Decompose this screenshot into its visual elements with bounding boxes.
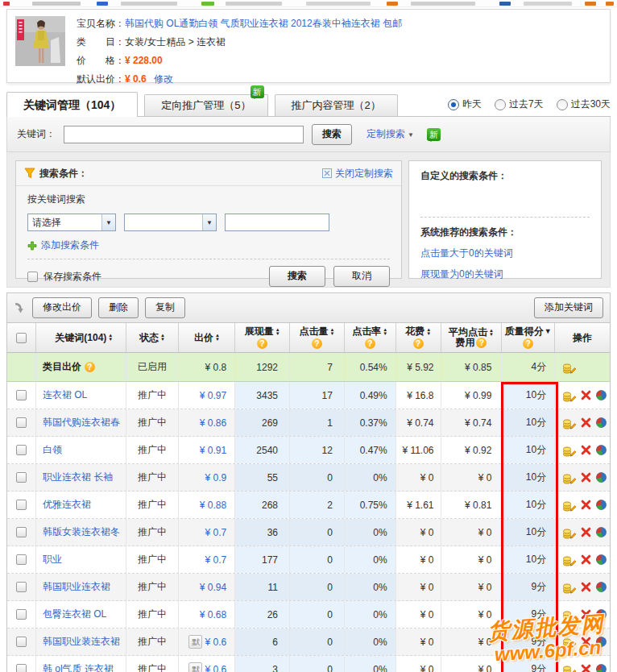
stats-icon[interactable] xyxy=(595,471,607,483)
stats-icon[interactable] xyxy=(595,499,607,511)
stats-icon[interactable] xyxy=(595,526,607,538)
keyword-link[interactable]: 韩国代购连衣裙春 xyxy=(43,416,120,429)
close-box-icon[interactable] xyxy=(322,168,332,178)
keyword-link[interactable]: 韩国职业装连衣裙 xyxy=(43,635,120,649)
delete-icon[interactable] xyxy=(581,554,591,565)
bid-value[interactable]: ¥ 0.6 xyxy=(205,637,226,648)
add-condition-link[interactable]: 添加搜索条件 xyxy=(41,239,99,252)
bid-value[interactable]: ¥ 0.94 xyxy=(200,582,226,593)
keyword-link[interactable]: 优雅连衣裙 xyxy=(43,498,91,512)
delete-icon[interactable] xyxy=(581,445,591,455)
close-custom-search-link[interactable]: 关闭定制搜索 xyxy=(335,167,393,180)
keyword-link[interactable]: 职业 xyxy=(43,553,62,566)
keyword-link[interactable]: 连衣裙 OL xyxy=(43,388,87,402)
bid-value[interactable]: ¥ 0.86 xyxy=(200,417,226,429)
column-header-clicks[interactable]: 点击量▲▼? xyxy=(290,323,345,352)
edit-bid-icon[interactable] xyxy=(562,389,577,402)
edit-bid-icon[interactable] xyxy=(562,444,577,457)
modify-bid-button[interactable]: 修改出价 xyxy=(32,297,92,318)
help-icon[interactable]: ? xyxy=(257,338,267,349)
help-icon[interactable]: ? xyxy=(476,338,487,348)
delete-icon[interactable] xyxy=(581,500,591,510)
row-checkbox[interactable] xyxy=(16,609,27,620)
delete-icon[interactable] xyxy=(581,417,591,428)
radio-past30days[interactable]: 过去30天 xyxy=(557,97,611,111)
column-header-bid[interactable]: 出价▲▼ xyxy=(179,323,235,352)
edit-bid-icon[interactable] xyxy=(562,554,577,566)
delete-icon[interactable] xyxy=(581,472,591,483)
tab-targeted-promotion[interactable]: 定向推广管理（5）新 xyxy=(144,94,267,116)
stats-icon[interactable] xyxy=(595,581,607,593)
keyword-link[interactable]: 白领 xyxy=(43,443,62,457)
bid-value[interactable]: ¥ 0.97 xyxy=(200,390,226,401)
keyword-search-input[interactable] xyxy=(64,126,304,143)
radio-yesterday[interactable]: 昨天 xyxy=(448,97,482,111)
chevron-down-icon[interactable]: ▼ xyxy=(408,131,414,139)
edit-bid-icon[interactable] xyxy=(562,608,577,621)
bid-value[interactable]: ¥ 0.88 xyxy=(200,500,226,511)
edit-bid-icon[interactable] xyxy=(562,526,577,539)
row-checkbox[interactable] xyxy=(16,554,27,565)
column-header-keyword[interactable]: 关键词(104)▲▼ xyxy=(36,323,126,352)
stats-icon[interactable] xyxy=(595,389,607,401)
help-icon[interactable]: ? xyxy=(523,338,533,349)
edit-bid-icon[interactable] xyxy=(562,636,577,649)
column-header-ctr[interactable]: 点击率▲▼? xyxy=(345,323,396,352)
delete-icon[interactable] xyxy=(581,390,591,400)
bid-value[interactable]: ¥ 0.68 xyxy=(200,609,226,620)
help-icon[interactable]: ? xyxy=(312,338,322,349)
radio-past7days[interactable]: 过去7天 xyxy=(495,97,544,111)
select-all-checkbox[interactable] xyxy=(16,333,27,343)
condition-cancel-button[interactable]: 取消 xyxy=(333,266,390,287)
tab-keyword-management[interactable]: 关键词管理（104） xyxy=(6,92,138,117)
condition-search-button[interactable]: 搜索 xyxy=(269,266,325,287)
keyword-link[interactable]: 职业连衣裙 长袖 xyxy=(43,471,113,484)
delete-icon[interactable] xyxy=(581,609,591,620)
keyword-link[interactable]: 包臀连衣裙 OL xyxy=(43,608,106,621)
row-checkbox[interactable] xyxy=(16,390,27,400)
row-checkbox[interactable] xyxy=(16,472,27,483)
edit-bid-icon[interactable] xyxy=(562,581,577,594)
keyword-link[interactable]: 韩版女装连衣裙冬 xyxy=(43,525,120,539)
delete-button[interactable]: 删除 xyxy=(98,297,139,318)
stats-icon[interactable] xyxy=(595,417,607,429)
filter-value-input[interactable] xyxy=(225,214,329,231)
stats-icon[interactable] xyxy=(595,636,607,648)
row-checkbox[interactable] xyxy=(16,445,27,455)
help-icon[interactable]: ? xyxy=(365,338,375,349)
keyword-link[interactable]: 韩 ol气质 连衣裙 xyxy=(43,662,114,672)
edit-bid-icon[interactable] xyxy=(562,499,577,512)
edit-bid-icon[interactable] xyxy=(562,361,577,374)
column-header-quality-score[interactable]: 质量得分▼? xyxy=(502,323,555,352)
stats-icon[interactable] xyxy=(595,608,607,620)
column-header-cost[interactable]: 花费▲▼? xyxy=(396,323,441,352)
filter-field-select[interactable]: 请选择▼ xyxy=(27,214,116,231)
edit-bid-icon[interactable] xyxy=(562,417,577,429)
edit-bid-icon[interactable] xyxy=(562,663,577,672)
stats-icon[interactable] xyxy=(595,663,607,672)
add-keyword-button[interactable]: 添加关键词 xyxy=(534,297,603,318)
edit-bid-icon[interactable] xyxy=(562,471,577,484)
keyword-link[interactable]: 韩国职业连衣裙 xyxy=(43,580,110,594)
bid-value[interactable]: ¥ 0.9 xyxy=(205,472,226,483)
row-checkbox[interactable] xyxy=(16,637,27,647)
save-condition-checkbox[interactable] xyxy=(27,272,38,282)
modify-bid-link[interactable]: 修改 xyxy=(154,73,173,85)
delete-icon[interactable] xyxy=(581,664,591,672)
bid-value[interactable]: ¥ 0.91 xyxy=(200,445,226,456)
column-header-status[interactable]: 状态▲▼ xyxy=(126,323,180,352)
help-icon[interactable]: ? xyxy=(413,338,424,349)
bid-value[interactable]: ¥ 0.6 xyxy=(205,664,226,672)
row-checkbox[interactable] xyxy=(16,664,27,672)
delete-icon[interactable] xyxy=(581,527,591,537)
column-header-impressions[interactable]: 展现量▲▼? xyxy=(235,323,290,352)
condition-link-clicks-gt0[interactable]: 点击量大于0的关键词 xyxy=(420,247,590,260)
keyword-search-button[interactable]: 搜索 xyxy=(312,124,352,145)
condition-link-impr-eq0[interactable]: 展现量为0的关键词 xyxy=(420,268,590,281)
column-header-avg-cost[interactable]: 平均点击▲▼费用? xyxy=(441,323,503,352)
filter-operator-select[interactable]: ▼ xyxy=(124,214,217,231)
custom-search-link[interactable]: 定制搜索 xyxy=(366,128,405,139)
copy-button[interactable]: 复制 xyxy=(145,297,185,318)
tab-promotion-content[interactable]: 推广内容管理（2） xyxy=(275,94,398,116)
row-checkbox[interactable] xyxy=(16,500,27,510)
